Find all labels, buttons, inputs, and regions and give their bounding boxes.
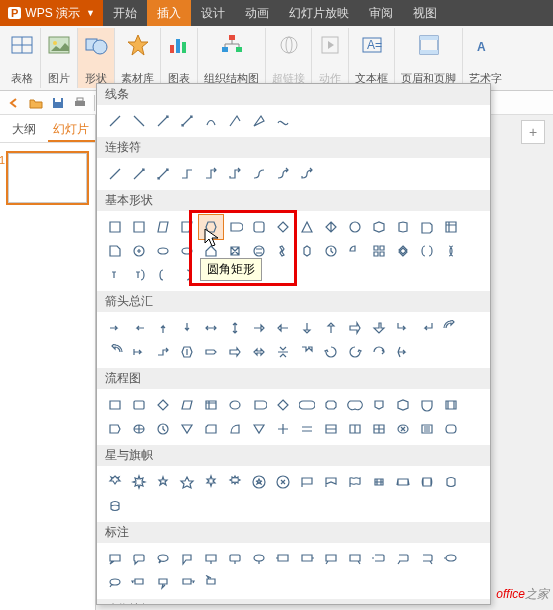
shape-item[interactable] — [439, 547, 463, 571]
shape-item[interactable] — [151, 215, 175, 239]
shape-item[interactable] — [127, 109, 151, 133]
shape-item[interactable] — [319, 547, 343, 571]
shape-item[interactable] — [415, 470, 439, 494]
shape-item[interactable] — [439, 470, 463, 494]
shape-item[interactable] — [391, 340, 415, 364]
shape-item[interactable] — [175, 417, 199, 441]
shape-item[interactable] — [127, 470, 151, 494]
shape-item[interactable] — [391, 215, 415, 239]
shape-item[interactable] — [127, 215, 151, 239]
shape-item[interactable] — [247, 393, 271, 417]
shape-item[interactable] — [271, 547, 295, 571]
shape-item[interactable] — [391, 316, 415, 340]
shape-item[interactable] — [343, 547, 367, 571]
shape-item[interactable] — [367, 340, 391, 364]
shape-item[interactable] — [271, 417, 295, 441]
shape-item[interactable] — [271, 340, 295, 364]
shape-item[interactable] — [319, 340, 343, 364]
shape-item[interactable] — [151, 239, 175, 263]
shape-item[interactable] — [223, 109, 247, 133]
shape-item[interactable] — [223, 393, 247, 417]
save-icon[interactable] — [50, 95, 66, 111]
menu-开始[interactable]: 开始 — [103, 0, 147, 26]
shape-item[interactable] — [103, 340, 127, 364]
shape-item[interactable] — [271, 239, 295, 263]
shape-item[interactable] — [415, 316, 439, 340]
ribbon-link[interactable]: 超链接 — [266, 28, 312, 88]
shape-item[interactable] — [103, 470, 127, 494]
shape-item[interactable] — [295, 316, 319, 340]
shape-item[interactable] — [199, 162, 223, 186]
shape-item[interactable] — [151, 393, 175, 417]
shape-item[interactable] — [247, 340, 271, 364]
shape-item[interactable] — [127, 316, 151, 340]
shape-item[interactable] — [343, 215, 367, 239]
shape-item[interactable] — [151, 470, 175, 494]
shape-item[interactable] — [295, 239, 319, 263]
shape-item[interactable] — [151, 571, 175, 595]
shape-item[interactable] — [103, 494, 127, 518]
shape-item[interactable] — [343, 316, 367, 340]
shape-item[interactable] — [367, 393, 391, 417]
shape-item[interactable] — [439, 239, 463, 263]
ribbon-table[interactable]: 表格 — [4, 28, 41, 88]
shape-item[interactable] — [223, 547, 247, 571]
shape-item[interactable] — [415, 547, 439, 571]
ribbon-wordart[interactable]: A艺术字 — [463, 28, 508, 88]
menu-视图[interactable]: 视图 — [403, 0, 447, 26]
shape-item[interactable] — [367, 547, 391, 571]
shape-item[interactable] — [391, 470, 415, 494]
shape-item[interactable] — [151, 109, 175, 133]
shape-item[interactable] — [319, 393, 343, 417]
shape-item[interactable] — [175, 470, 199, 494]
shape-item[interactable] — [391, 547, 415, 571]
shape-item[interactable] — [367, 215, 391, 239]
shape-item[interactable] — [247, 470, 271, 494]
shape-item[interactable] — [223, 215, 247, 239]
shape-item[interactable] — [103, 263, 127, 287]
shape-item[interactable] — [103, 162, 127, 186]
shape-item[interactable] — [271, 215, 295, 239]
shape-item[interactable] — [415, 393, 439, 417]
shape-item[interactable] — [103, 571, 127, 595]
shape-item[interactable] — [223, 340, 247, 364]
print-icon[interactable] — [72, 95, 88, 111]
shape-item[interactable] — [199, 571, 223, 595]
shape-item[interactable] — [127, 571, 151, 595]
shape-item[interactable] — [199, 340, 223, 364]
shape-item[interactable] — [367, 470, 391, 494]
shape-item[interactable] — [199, 470, 223, 494]
add-button[interactable]: + — [521, 120, 545, 144]
shape-item[interactable] — [391, 239, 415, 263]
menu-设计[interactable]: 设计 — [191, 0, 235, 26]
shape-item[interactable] — [127, 417, 151, 441]
shape-item[interactable] — [103, 215, 127, 239]
shape-item[interactable] — [151, 417, 175, 441]
menu-动画[interactable]: 动画 — [235, 0, 279, 26]
shape-item[interactable] — [319, 239, 343, 263]
shape-item[interactable] — [151, 316, 175, 340]
shape-item[interactable] — [367, 239, 391, 263]
shape-item[interactable] — [127, 263, 151, 287]
shape-item[interactable] — [343, 340, 367, 364]
shape-item[interactable] — [415, 417, 439, 441]
shape-item[interactable] — [103, 417, 127, 441]
shape-item[interactable] — [223, 162, 247, 186]
shape-item[interactable] — [295, 393, 319, 417]
shape-item[interactable] — [151, 263, 175, 287]
shape-item[interactable] — [127, 162, 151, 186]
shape-item[interactable] — [199, 547, 223, 571]
shape-item[interactable] — [391, 393, 415, 417]
shape-item[interactable] — [295, 340, 319, 364]
shape-item[interactable] — [223, 470, 247, 494]
ribbon-picture[interactable]: 图片 — [41, 28, 78, 88]
shape-item[interactable] — [295, 215, 319, 239]
back-icon[interactable] — [6, 95, 22, 111]
shape-item[interactable] — [103, 239, 127, 263]
shape-item[interactable] — [367, 417, 391, 441]
shape-item[interactable] — [343, 417, 367, 441]
shape-item[interactable] — [271, 316, 295, 340]
shape-item[interactable] — [415, 239, 439, 263]
ribbon-org[interactable]: 组织结构图 — [198, 28, 266, 88]
shape-item[interactable] — [391, 417, 415, 441]
